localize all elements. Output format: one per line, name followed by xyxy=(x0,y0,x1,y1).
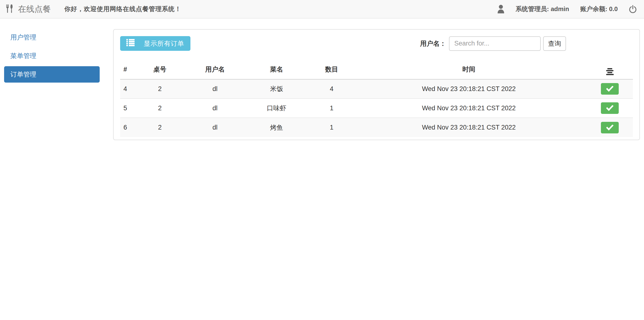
menu-bars-icon xyxy=(606,68,614,75)
search-group: 用户名： 查询 xyxy=(420,36,566,51)
order-id-cell: 5 xyxy=(120,98,130,118)
username-cell: dl xyxy=(190,79,241,98)
check-icon xyxy=(606,86,614,92)
quantity-cell: 1 xyxy=(312,98,351,118)
header-actions xyxy=(587,60,633,79)
confirm-order-button[interactable] xyxy=(601,83,619,95)
time-cell: Wed Nov 23 20:18:21 CST 2022 xyxy=(351,98,587,118)
username-cell: dl xyxy=(190,118,241,137)
header-id: # xyxy=(120,60,130,79)
admin-label: 系统管理员: admin xyxy=(516,5,569,13)
confirm-order-button[interactable] xyxy=(601,102,619,114)
dish-name-cell: 烤鱼 xyxy=(241,118,312,137)
panel-toolbar: 显示所有订单 用户名： 查询 xyxy=(120,36,633,51)
header-quantity: 数目 xyxy=(312,60,351,79)
quantity-cell: 4 xyxy=(312,79,351,98)
search-button[interactable]: 查询 xyxy=(543,36,566,51)
action-cell xyxy=(587,79,633,98)
list-icon xyxy=(126,39,134,48)
user-icon xyxy=(497,4,504,14)
dish-name-cell: 口味虾 xyxy=(241,98,312,118)
header-table-number: 桌号 xyxy=(130,60,190,79)
welcome-text: 你好，欢迎使用网络在线点餐管理系统！ xyxy=(64,5,181,13)
check-icon xyxy=(606,105,614,111)
header-dish-name: 菜名 xyxy=(241,60,312,79)
balance-label: 账户余额: 0.0 xyxy=(580,5,618,13)
time-cell: Wed Nov 23 20:18:21 CST 2022 xyxy=(351,79,587,98)
header-username: 用户名 xyxy=(190,60,241,79)
show-all-orders-button[interactable]: 显示所有订单 xyxy=(120,36,190,51)
dish-name-cell: 米饭 xyxy=(241,79,312,98)
username-search-label: 用户名： xyxy=(420,39,446,48)
cutlery-icon xyxy=(5,4,14,14)
check-icon xyxy=(606,125,614,130)
table-number-cell: 2 xyxy=(130,79,190,98)
username-search-input[interactable] xyxy=(449,36,541,51)
sidebar-item-order-management[interactable]: 订单管理 xyxy=(4,66,100,82)
brand[interactable]: 在线点餐 xyxy=(5,4,51,15)
quantity-cell: 1 xyxy=(312,118,351,137)
orders-panel: 显示所有订单 用户名： 查询 # 桌号 用户名 菜名 数目 时间 xyxy=(113,29,640,140)
confirm-order-button[interactable] xyxy=(601,122,619,134)
sidebar-item-label: 菜单管理 xyxy=(10,52,36,60)
action-cell xyxy=(587,118,633,137)
sidebar: 用户管理 菜单管理 订单管理 xyxy=(4,29,100,85)
power-icon[interactable] xyxy=(629,5,637,13)
app-title: 在线点餐 xyxy=(18,4,51,15)
navbar-right: 系统管理员: admin 账户余额: 0.0 xyxy=(497,4,637,14)
show-all-orders-label: 显示所有订单 xyxy=(144,39,184,48)
username-cell: dl xyxy=(190,98,241,118)
orders-table: # 桌号 用户名 菜名 数目 时间 42dl米饭4Wed Nov 23 20:1… xyxy=(120,60,633,137)
sidebar-item-label: 用户管理 xyxy=(10,33,36,42)
top-navbar: 在线点餐 你好，欢迎使用网络在线点餐管理系统！ 系统管理员: admin 账户余… xyxy=(0,0,644,18)
table-number-cell: 2 xyxy=(130,118,190,137)
table-number-cell: 2 xyxy=(130,98,190,118)
order-row: 62dl烤鱼1Wed Nov 23 20:18:21 CST 2022 xyxy=(120,118,633,137)
sidebar-item-user-management[interactable]: 用户管理 xyxy=(4,29,100,46)
order-id-cell: 6 xyxy=(120,118,130,137)
order-id-cell: 4 xyxy=(120,79,130,98)
order-row: 52dl口味虾1Wed Nov 23 20:18:21 CST 2022 xyxy=(120,98,633,118)
sidebar-item-menu-management[interactable]: 菜单管理 xyxy=(4,48,100,64)
sidebar-item-label: 订单管理 xyxy=(10,70,36,79)
table-header-row: # 桌号 用户名 菜名 数目 时间 xyxy=(120,60,633,79)
header-time: 时间 xyxy=(351,60,587,79)
action-cell xyxy=(587,98,633,118)
order-row: 42dl米饭4Wed Nov 23 20:18:21 CST 2022 xyxy=(120,79,633,98)
time-cell: Wed Nov 23 20:18:21 CST 2022 xyxy=(351,118,587,137)
